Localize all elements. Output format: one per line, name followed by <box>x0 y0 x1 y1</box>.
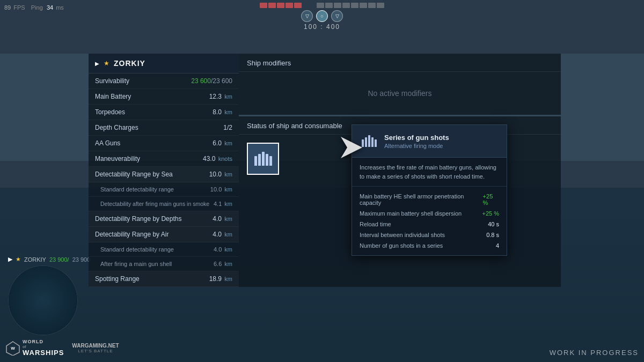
ping-label: Ping <box>31 4 43 11</box>
stat-row-torpedoes: Torpedoes 8.0 km <box>89 105 239 120</box>
stat-label: Maneuverability <box>95 155 140 162</box>
play-icon: ▶ <box>95 61 99 67</box>
stat-label: Spotting Range <box>95 275 140 283</box>
hud-icons-row <box>260 3 384 8</box>
ammo-icon <box>294 3 302 8</box>
stat-row-detect-air-standard: Standard detectability range 4.0 km <box>89 242 239 257</box>
stat-label-sub: Detectability after firing main guns in … <box>95 201 209 207</box>
svg-marker-0 <box>341 137 362 158</box>
minimap <box>8 265 78 335</box>
wows-logo: W WORLD of WARSHIPS <box>5 339 64 357</box>
stat-label: Detectability Range by Air <box>95 231 169 238</box>
minimap-content <box>9 266 77 335</box>
main-panel: ▶ ★ ZORKIY Survivability 23 600/23 600 M… <box>89 54 561 287</box>
ammo-group-left <box>260 3 302 8</box>
stat-row-maneuverability: Maneuverability 43.0 knots <box>89 151 239 167</box>
no-modifiers-text: No active modifiers <box>368 89 431 98</box>
stat-label: AA Guns <box>95 139 120 147</box>
stat-value: 4.0 km <box>213 215 232 223</box>
stat-value: 43.0 knots <box>203 155 232 162</box>
wg-logo: WARGAMING.NET LET'S BATTLE <box>72 343 119 353</box>
stat-value: 6.6 km <box>214 261 232 267</box>
wip-text: WORK IN PROGRESS <box>550 349 639 357</box>
bottom-ship-name: ZORKIY <box>24 256 46 263</box>
stat-label: Detectability Range by Depths <box>95 215 181 223</box>
ammo-icon <box>286 3 293 8</box>
hud-hp-bar: 100 : 400 <box>304 23 340 31</box>
wg-name: WARGAMING.NET <box>72 343 119 349</box>
stat-label-sub: Standard detectability range <box>95 246 174 253</box>
stat-value: 10.0 km <box>210 186 232 193</box>
stat-row-depth-charges: Depth Charges 1/2 <box>89 120 239 136</box>
stat-row-detect-smoke: Detectability after firing main guns in … <box>89 197 239 211</box>
bullet <box>262 152 265 166</box>
tooltip-title: Series of gun shots <box>384 134 449 142</box>
stat-label: Interval between individual shots <box>360 232 445 238</box>
stat-value: 4.0 km <box>214 246 232 253</box>
stat-value: 4.0 km <box>213 231 232 238</box>
stat-value: 8.0 km <box>213 108 232 116</box>
bottom-ship-info: ▶ ★ ZORKIY 23 900/23 900 <box>8 256 90 263</box>
hud-ship-icons: ▽ ○ ▽ <box>301 10 343 22</box>
tooltip-stat-reload: Reload time 40 s <box>352 219 507 230</box>
ping-ms: ms <box>56 4 64 11</box>
bottom-play-icon: ▶ <box>8 256 12 263</box>
stat-label-sub: After firing a main gun shell <box>95 261 172 267</box>
ammo-icon <box>377 3 384 8</box>
modifiers-section: Ship modifiers No active modifiers <box>239 54 561 115</box>
stat-label: Torpedoes <box>95 108 125 116</box>
wg-sub: LET'S BATTLE <box>78 349 113 353</box>
ship-circle-2: ○ <box>316 10 328 22</box>
bullet <box>254 156 257 166</box>
ship-circle-1: ▽ <box>301 10 313 22</box>
stat-row-survivability: Survivability 23 600/23 600 <box>89 73 239 89</box>
stat-value: 1/2 <box>223 124 232 131</box>
stat-row-detect-air: Detectability Range by Air 4.0 km <box>89 227 239 242</box>
consumables-content: Series of gun shots Alternative firing m… <box>239 135 561 188</box>
stat-value: 40 s <box>488 221 499 227</box>
stat-value: 12.3 km <box>209 93 232 100</box>
bullet <box>269 156 272 166</box>
no-modifiers-box: No active modifiers <box>239 72 561 115</box>
svg-text:W: W <box>11 346 15 351</box>
stat-label: Main Battery <box>95 93 131 100</box>
stat-row-detectability-sea: Detectability Range by Sea 10.0 km <box>89 167 239 182</box>
fps-label: FPS <box>13 4 25 11</box>
stat-label: Maximum main battery shell dispersion <box>360 210 462 217</box>
ammo-icon <box>325 3 333 8</box>
ammo-icon <box>268 3 276 8</box>
ammo-icon <box>360 3 367 8</box>
stat-value: 10.0 km <box>209 171 232 178</box>
stat-value: +25 % <box>482 210 500 217</box>
stat-label: Detectability Range by Sea <box>95 171 173 178</box>
stat-row-detect-gun: After firing a main gun shell 6.6 km <box>89 257 239 271</box>
tooltip-stats: Main battery HE shell armor penetration … <box>352 187 507 255</box>
stat-label: Depth Charges <box>95 124 138 131</box>
stat-label: Reload time <box>360 221 391 227</box>
ping-value: 34 <box>47 4 53 11</box>
wows-logo-icon: W <box>5 341 20 356</box>
ammo-icon <box>260 3 267 8</box>
stat-label: Number of gun shots in a series <box>360 242 443 249</box>
bottom-star-icon: ★ <box>16 256 21 263</box>
stat-value: 4.1 km <box>214 201 232 207</box>
stat-value: 6.0 km <box>213 139 232 147</box>
stat-label-sub: Standard detectability range <box>95 186 174 193</box>
bottom-ship-hp: 23 900/ <box>49 256 69 263</box>
stat-label: Survivability <box>95 77 129 85</box>
tooltip-stat-shots-count: Number of gun shots in a series 4 <box>352 240 507 251</box>
fps-display: 89 FPS Ping 34 ms <box>4 4 64 11</box>
modifiers-title: Ship modifiers <box>239 54 561 72</box>
world-text: WORLD <box>23 339 64 345</box>
tooltip-stat-dispersion: Maximum main battery shell dispersion +2… <box>352 208 507 219</box>
stat-label: Main battery HE shell armor penetration … <box>360 193 483 206</box>
bullet <box>266 154 268 166</box>
stat-row-detect-depths: Detectability Range by Depths 4.0 km <box>89 211 239 227</box>
stat-row-spotting: Spotting Range 18.9 km <box>89 271 239 287</box>
ship-name: ZORKIY <box>114 59 145 68</box>
stat-row-main-battery: Main Battery 12.3 km <box>89 89 239 105</box>
consumable-icon-gun-shots[interactable] <box>247 143 279 175</box>
large-arrow-indicator <box>335 126 378 169</box>
bullets-icon <box>254 152 272 166</box>
hud-center: ▽ ○ ▽ 100 : 400 <box>260 3 384 31</box>
